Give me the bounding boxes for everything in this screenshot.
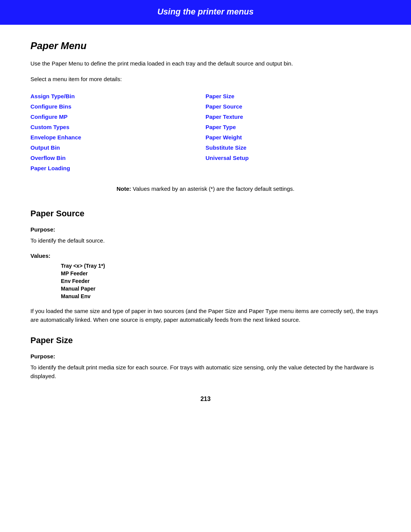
link-configure-mp[interactable]: Configure MP xyxy=(30,113,68,120)
paper-source-values-list: Tray <x> (Tray 1*) MP Feeder Env Feeder … xyxy=(61,263,381,299)
link-item-assign-type-bin[interactable]: Assign Type/Bin xyxy=(30,91,206,101)
link-envelope-enhance[interactable]: Envelope Enhance xyxy=(30,134,81,141)
menu-links-container: Assign Type/Bin Configure Bins Configure… xyxy=(30,91,381,173)
link-item-substitute-size[interactable]: Substitute Size xyxy=(206,142,381,153)
page-number: 213 xyxy=(30,396,381,403)
link-item-paper-source[interactable]: Paper Source xyxy=(206,101,381,112)
paper-menu-title: Paper Menu xyxy=(30,40,381,52)
right-links-column: Paper Size Paper Source Paper Texture Pa… xyxy=(206,91,381,173)
link-universal-setup[interactable]: Universal Setup xyxy=(206,155,249,161)
paper-source-purpose-text: To identify the default source. xyxy=(30,236,381,245)
link-item-envelope-enhance[interactable]: Envelope Enhance xyxy=(30,132,206,142)
link-substitute-size[interactable]: Substitute Size xyxy=(206,144,247,151)
link-item-overflow-bin[interactable]: Overflow Bin xyxy=(30,153,206,163)
paper-menu-select-prompt: Select a menu item for more details: xyxy=(30,75,381,84)
link-paper-source[interactable]: Paper Source xyxy=(206,103,242,110)
link-assign-type-bin[interactable]: Assign Type/Bin xyxy=(30,93,75,99)
paper-size-section: Paper Size Purpose: To identify the defa… xyxy=(30,335,381,380)
link-item-custom-types[interactable]: Custom Types xyxy=(30,122,206,132)
page-header-title: Using the printer menus xyxy=(30,7,381,17)
paper-source-body-text: If you loaded the same size and type of … xyxy=(30,307,381,324)
left-links-column: Assign Type/Bin Configure Bins Configure… xyxy=(30,91,206,173)
value-manual-paper: Manual Paper xyxy=(61,286,381,292)
link-item-paper-texture[interactable]: Paper Texture xyxy=(206,112,381,122)
link-configure-bins[interactable]: Configure Bins xyxy=(30,103,72,110)
link-item-configure-mp[interactable]: Configure MP xyxy=(30,112,206,122)
link-item-paper-weight[interactable]: Paper Weight xyxy=(206,132,381,142)
link-item-paper-loading[interactable]: Paper Loading xyxy=(30,163,206,173)
paper-source-title: Paper Source xyxy=(30,209,381,219)
value-env-feeder: Env Feeder xyxy=(61,278,381,284)
paper-source-purpose-label: Purpose: xyxy=(30,226,381,233)
paper-size-title: Paper Size xyxy=(30,335,381,345)
link-paper-type[interactable]: Paper Type xyxy=(206,124,236,130)
link-item-paper-size[interactable]: Paper Size xyxy=(206,91,381,101)
link-paper-size[interactable]: Paper Size xyxy=(206,93,234,99)
link-item-output-bin[interactable]: Output Bin xyxy=(30,142,206,153)
page-header: Using the printer menus xyxy=(0,0,411,25)
link-item-configure-bins[interactable]: Configure Bins xyxy=(30,101,206,112)
link-paper-texture[interactable]: Paper Texture xyxy=(206,113,243,120)
paper-source-section: Paper Source Purpose: To identify the de… xyxy=(30,209,381,324)
link-item-paper-type[interactable]: Paper Type xyxy=(206,122,381,132)
link-custom-types[interactable]: Custom Types xyxy=(30,124,69,130)
link-overflow-bin[interactable]: Overflow Bin xyxy=(30,155,66,161)
value-mp-feeder: MP Feeder xyxy=(61,270,381,276)
link-paper-loading[interactable]: Paper Loading xyxy=(30,165,70,171)
link-output-bin[interactable]: Output Bin xyxy=(30,144,60,151)
paper-size-purpose-label: Purpose: xyxy=(30,353,381,359)
note-box: Note: Values marked by an asterisk (*) a… xyxy=(30,185,381,193)
link-paper-weight[interactable]: Paper Weight xyxy=(206,134,242,141)
value-manual-env: Manual Env xyxy=(61,293,381,299)
paper-size-purpose-text: To identify the default print media size… xyxy=(30,363,381,380)
note-text: Values marked by an asterisk (*) are the… xyxy=(133,185,295,192)
note-label: Note: xyxy=(116,185,133,192)
link-item-universal-setup[interactable]: Universal Setup xyxy=(206,153,381,163)
paper-source-values-label: Values: xyxy=(30,252,381,259)
page-container: Using the printer menus Paper Menu Use t… xyxy=(0,0,411,532)
value-tray: Tray <x> (Tray 1*) xyxy=(61,263,381,269)
paper-menu-intro: Use the Paper Menu to define the print m… xyxy=(30,59,381,68)
